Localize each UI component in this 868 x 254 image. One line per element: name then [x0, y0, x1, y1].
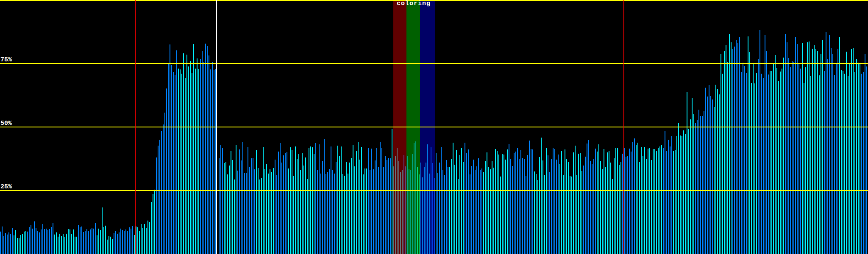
labels-layer: 75%50%25% coloring: [0, 0, 868, 254]
y-axis-label-25: 25%: [0, 184, 12, 190]
y-axis-label-75: 75%: [0, 57, 12, 63]
coloring-band-label: coloring: [397, 1, 431, 7]
profiler-history-chart: 75%50%25% coloring: [0, 0, 868, 254]
y-axis-label-50: 50%: [0, 120, 12, 127]
